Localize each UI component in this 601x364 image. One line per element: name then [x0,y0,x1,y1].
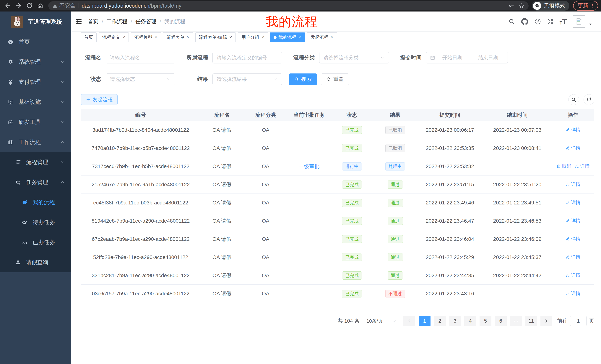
help-icon[interactable] [534,18,541,25]
password-key-icon[interactable] [509,3,514,9]
browser-forward-icon[interactable] [15,2,22,9]
edit-icon [575,164,579,168]
process-definition-input[interactable] [217,55,278,61]
tab-user-group[interactable]: 用户分组× [238,32,268,42]
sidebar-item-payment[interactable]: 支付管理 [0,72,71,92]
close-tab-icon[interactable]: × [331,35,333,40]
sidebar-item-infra[interactable]: 基础设施 [0,92,71,112]
page-more-button[interactable] [510,316,522,326]
close-tab-icon[interactable]: × [261,35,264,40]
avatar-caret-icon[interactable] [588,22,592,27]
detail-link[interactable]: 详情 [566,236,580,242]
prev-page-button[interactable] [403,316,415,326]
tab-label: 流程模型 [134,34,152,40]
url-path: /bpm/task/my [149,3,181,9]
tab-process-form-edit[interactable]: 流程表单-编辑× [195,32,236,42]
goto-page-input[interactable] [570,316,587,326]
sidebar-item-task-mgmt[interactable]: 任务管理 [0,172,71,192]
page-4-button[interactable]: 4 [464,316,476,326]
close-tab-icon[interactable]: × [155,35,157,40]
fullscreen-icon[interactable] [547,18,554,25]
browser-reload-icon[interactable] [26,2,33,9]
close-tab-icon[interactable]: × [229,35,232,40]
bookmark-star-icon[interactable] [519,3,524,9]
page-11-button[interactable]: 11 [525,316,537,326]
filter-status: 状态 请选择状态 [81,74,175,85]
page-1-button[interactable]: 1 [419,316,431,326]
arrow-right-icon [544,318,549,324]
browser-menu-icon[interactable] [590,3,595,8]
chevron-down-icon [60,160,65,164]
collapse-sidebar-icon[interactable] [75,18,82,25]
sidebar-item-process-mgmt[interactable]: 流程管理 [0,152,71,172]
detail-link[interactable]: 详情 [566,290,580,297]
sidebar-item-home[interactable]: 首页 [0,32,71,52]
tab-home[interactable]: 首页 [80,32,97,42]
breadcrumb-task-mgmt[interactable]: 任务管理 [136,18,156,25]
sidebar-item-devtools[interactable]: 研发工具 [0,112,71,132]
status-badge: 已完成 [342,217,362,225]
start-process-button[interactable]: 发起流程 [81,94,118,105]
category-select[interactable]: 请选择流程分类 [319,52,389,63]
date-range-picker[interactable]: 开始日期 - 结束日期 [426,52,508,63]
detail-link[interactable]: 详情 [566,272,580,278]
page-6-button[interactable]: 6 [495,316,507,326]
tab-process-model[interactable]: 流程模型× [131,32,161,42]
status-select[interactable]: 请选择状态 [106,74,175,85]
sidebar-item-my-process[interactable]: 我的流程 [0,192,71,212]
reset-button[interactable]: 重置 [321,74,349,85]
cancel-link[interactable]: 取消 [556,163,571,169]
cell-id: 03c6c157-7b9a-11ec-a290-acde48001122 [81,291,200,297]
close-tab-icon[interactable]: × [122,35,125,40]
detail-link[interactable]: 详情 [566,181,580,187]
cell-actions: 详情 [551,200,594,206]
refresh-table-button[interactable] [583,94,594,105]
result-select-placeholder: 请选择流结果 [217,76,247,83]
process-name-input[interactable] [110,55,171,61]
detail-link[interactable]: 详情 [566,254,580,260]
task-link[interactable]: 一级审批 [299,163,320,169]
close-tab-icon[interactable]: × [187,35,190,40]
search-button[interactable]: 搜索 [289,74,317,85]
tab-process-definition[interactable]: 流程定义× [99,32,129,42]
result-select[interactable]: 请选择流结果 [212,74,282,85]
font-size-icon[interactable]: TT [560,18,567,25]
sidebar-item-done-tasks[interactable]: 已办任务 [0,232,71,252]
github-icon[interactable] [521,18,528,25]
list-tree-icon [15,159,21,165]
sidebar-item-leave-query[interactable]: 请假查询 [0,252,71,272]
avatar[interactable] [573,15,585,28]
tab-start-process[interactable]: 发起流程× [307,32,337,42]
page-size-select[interactable]: 10条/页 [363,316,400,326]
page-3-button[interactable]: 3 [449,316,461,326]
show-search-button[interactable] [568,94,579,105]
cell-result: 不通过 [373,290,417,298]
detail-link[interactable]: 详情 [566,127,580,133]
page-5-button[interactable]: 5 [480,316,491,326]
page-2-button[interactable]: 2 [434,316,446,326]
detail-link[interactable]: 详情 [575,163,590,169]
incognito-label: 无痕模式 [544,2,565,10]
detail-link[interactable]: 详情 [566,145,580,151]
breadcrumb-home[interactable]: 首页 [88,18,99,25]
browser-back-icon[interactable] [4,2,11,9]
address-bar[interactable]: 不安全 dashboard.yudao.iocoder.cn/bpm/task/… [48,1,529,10]
breadcrumb-workflow[interactable]: 工作流程 [107,18,127,25]
browser-update-button[interactable]: 更新 [573,1,598,10]
tab-my-process[interactable]: 我的流程× [270,32,305,42]
detail-link[interactable]: 详情 [566,218,580,224]
search-icon[interactable] [508,18,515,25]
sidebar-item-todo-tasks[interactable]: 待办任务 [0,212,71,232]
close-tab-icon[interactable]: × [299,35,301,40]
cell-actions: 取消详情 [551,163,594,170]
next-page-button[interactable] [541,316,552,326]
app-logo[interactable]: 芋道管理系统 [0,11,71,32]
cell-id: 67c2eaab-7b9a-11ec-a290-acde48001122 [81,236,200,242]
tab-process-form[interactable]: 流程表单× [163,32,193,42]
detail-link[interactable]: 详情 [566,200,580,206]
tab-label: 我的流程 [278,34,296,40]
browser-home-icon[interactable] [37,2,43,9]
sidebar-item-system[interactable]: 系统管理 [0,52,71,72]
sidebar-item-workflow[interactable]: 工作流程 [0,132,71,152]
suitcase-icon [7,139,14,145]
